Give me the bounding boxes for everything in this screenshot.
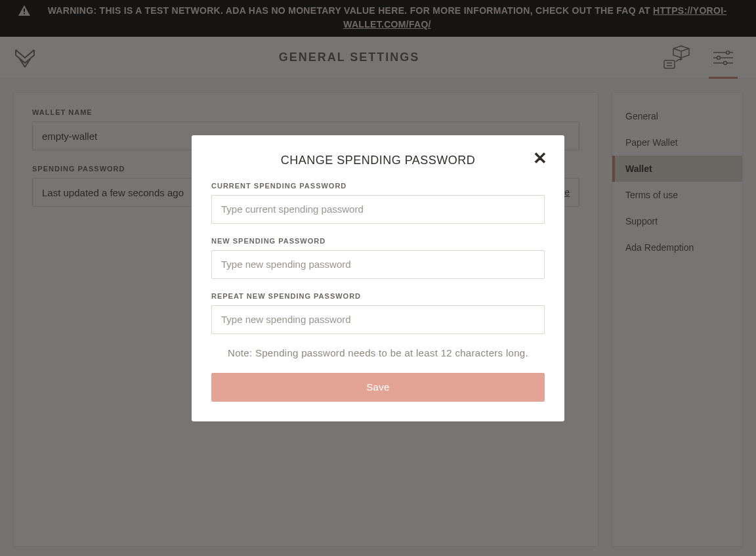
change-spending-password-modal: CHANGE SPENDING PASSWORD ✕ CURRENT SPEND… [192,135,564,421]
new-password-label: NEW SPENDING PASSWORD [211,237,545,245]
password-length-note: Note: Spending password needs to be at l… [211,347,545,358]
repeat-password-label: REPEAT NEW SPENDING PASSWORD [211,292,545,300]
close-icon[interactable]: ✕ [533,150,547,167]
modal-title: CHANGE SPENDING PASSWORD [211,154,545,167]
modal-overlay[interactable]: CHANGE SPENDING PASSWORD ✕ CURRENT SPEND… [0,0,756,556]
current-password-label: CURRENT SPENDING PASSWORD [211,182,545,190]
save-button[interactable]: Save [211,373,545,402]
current-password-input[interactable] [211,195,545,224]
repeat-password-group: REPEAT NEW SPENDING PASSWORD [211,292,545,334]
new-password-input[interactable] [211,250,545,279]
repeat-password-input[interactable] [211,305,545,334]
new-password-group: NEW SPENDING PASSWORD [211,237,545,279]
current-password-group: CURRENT SPENDING PASSWORD [211,182,545,224]
